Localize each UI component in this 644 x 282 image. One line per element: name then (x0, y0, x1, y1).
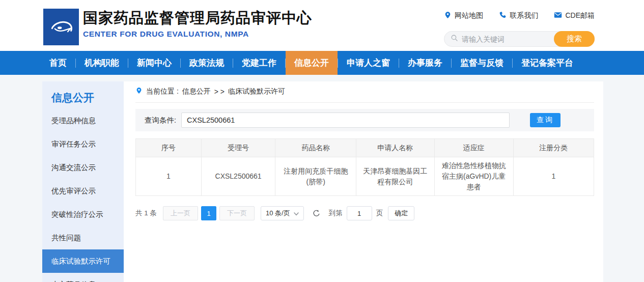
prev-page-button[interactable]: 上一页 (163, 206, 198, 220)
nav-item-party-building[interactable]: 党建工作 (233, 51, 285, 75)
nav-item-info-disclosure[interactable]: 信息公开 (286, 51, 338, 75)
chevron-down-icon (294, 210, 299, 217)
query-label: 查询条件: (145, 116, 176, 125)
col-header-indication: 适应症 (434, 139, 513, 157)
table-header-row: 序号 受理号 药品名称 申请人名称 适应症 注册分类 (136, 139, 594, 157)
sidebar-item-common-issues[interactable]: 共性问题 (42, 226, 124, 249)
nav-item-applicant-window[interactable]: 申请人之窗 (338, 51, 399, 75)
query-button[interactable]: 查询 (530, 113, 561, 127)
page-1-button[interactable]: 1 (201, 206, 216, 220)
main-nav: 首页 机构职能 新闻中心 政策法规 党建工作 信息公开 申请人之窗 办事服务 监… (0, 51, 644, 75)
page-size-select[interactable]: 10 条/页 (261, 206, 304, 220)
nav-item-supervision-feedback[interactable]: 监督与反馈 (452, 51, 512, 75)
sitemap-link[interactable]: 网站地图 (444, 11, 483, 20)
cde-logo-icon (47, 12, 75, 42)
sidebar-item-accepted-varieties[interactable]: 受理品种信息 (42, 109, 124, 132)
goto-page-label: 到第 (329, 209, 343, 218)
site-title: 国家药品监督管理局药品审评中心 (83, 9, 312, 27)
contact-label: 联系我们 (510, 11, 538, 20)
sidebar-title: 信息公开 (42, 89, 124, 109)
page-body: 信息公开 受理品种信息 审评任务公示 沟通交流公示 优先审评公示 突破性治疗公示… (0, 75, 644, 282)
content-area: 当前位置 : 信息公开 > > 临床试验默示许可 查询条件: 查询 序号 (124, 81, 603, 282)
col-header-index: 序号 (136, 139, 202, 157)
query-input[interactable] (181, 112, 510, 128)
confirm-button[interactable]: 确定 (388, 206, 414, 220)
cell-applicant-name: 天津昂赛细胞基因工程有限公司 (356, 157, 434, 196)
cell-drug-name: 注射用间充质干细胞(脐带) (275, 157, 356, 196)
nav-item-services[interactable]: 办事服务 (399, 51, 451, 75)
search-icon (451, 34, 458, 44)
col-header-applicant-name: 申请人名称 (356, 139, 434, 157)
breadcrumb-separator: > > (214, 88, 225, 96)
cell-registration-category: 1 (513, 157, 594, 196)
refresh-icon[interactable] (312, 209, 321, 218)
sidebar-item-review-tasks[interactable]: 审评任务公示 (42, 132, 124, 156)
col-header-acceptance-number: 受理号 (201, 139, 275, 157)
site-header: 国家药品监督管理局药品审评中心 CENTER FOR DRUG EVALUATI… (0, 0, 644, 51)
table-row: 1 CXSL2500661 注射用间充质干细胞(脐带) 天津昂赛细胞基因工程有限… (136, 157, 594, 196)
header-quick-links: 网站地图 联系我们 CDE邮箱 (444, 11, 595, 20)
breadcrumb-prefix: 当前位置 : (146, 87, 179, 96)
phone-icon (499, 11, 507, 20)
site-logo[interactable] (43, 9, 79, 45)
goto-page-input[interactable] (347, 206, 372, 220)
cell-index: 1 (136, 157, 202, 196)
nav-item-home[interactable]: 首页 (41, 51, 75, 75)
breadcrumb: 当前位置 : 信息公开 > > 临床试验默示许可 (135, 87, 594, 103)
mail-icon (554, 12, 562, 20)
site-search: 搜索 (444, 31, 595, 47)
sidebar-item-communication[interactable]: 沟通交流公示 (42, 156, 124, 179)
pagination-total: 共 1 条 (135, 209, 157, 218)
page-size-value: 10 条/页 (266, 209, 290, 218)
site-subtitle: CENTER FOR DRUG EVALUATION, NMPA (83, 30, 312, 39)
sidebar-item-marketed-drugs[interactable]: 上市药品信息 (42, 273, 124, 282)
nav-item-news[interactable]: 新闻中心 (128, 51, 180, 75)
breadcrumb-pin-icon (135, 87, 143, 96)
mailbox-link[interactable]: CDE邮箱 (554, 11, 595, 20)
search-button[interactable]: 搜索 (554, 31, 595, 47)
nav-item-policies[interactable]: 政策法规 (181, 51, 233, 75)
sidebar-item-clinical-trial-implied-license[interactable]: 临床试验默示许可 (42, 249, 124, 273)
sidebar-item-breakthrough-therapy[interactable]: 突破性治疗公示 (42, 203, 124, 226)
pagination: 共 1 条 上一页 1 下一页 10 条/页 到第 (135, 206, 594, 220)
nav-item-registration-platform[interactable]: 登记备案平台 (513, 51, 582, 75)
col-header-registration-category: 注册分类 (513, 139, 594, 157)
sidebar-item-priority-review[interactable]: 优先审评公示 (42, 179, 124, 203)
cell-acceptance-number: CXSL2500661 (201, 157, 275, 196)
results-table: 序号 受理号 药品名称 申请人名称 适应症 注册分类 1 CXSL2500661… (135, 138, 594, 196)
nav-item-functions[interactable]: 机构职能 (76, 51, 128, 75)
contact-link[interactable]: 联系我们 (499, 11, 538, 20)
main-wrapper: 信息公开 受理品种信息 审评任务公示 沟通交流公示 优先审评公示 突破性治疗公示… (42, 81, 603, 282)
sitemap-label: 网站地图 (455, 11, 483, 20)
sidebar: 信息公开 受理品种信息 审评任务公示 沟通交流公示 优先审评公示 突破性治疗公示… (42, 81, 124, 282)
brand-block: 国家药品监督管理局药品审评中心 CENTER FOR DRUG EVALUATI… (83, 9, 312, 39)
location-pin-icon (444, 11, 452, 20)
main-nav-inner: 首页 机构职能 新闻中心 政策法规 党建工作 信息公开 申请人之窗 办事服务 监… (41, 51, 603, 75)
mailbox-label: CDE邮箱 (565, 11, 595, 20)
breadcrumb-section[interactable]: 信息公开 (182, 87, 211, 96)
query-bar: 查询条件: 查询 (135, 109, 594, 131)
col-header-drug-name: 药品名称 (275, 139, 356, 157)
next-page-button[interactable]: 下一页 (219, 206, 255, 220)
breadcrumb-current: 临床试验默示许可 (228, 87, 285, 96)
goto-page-unit: 页 (376, 209, 383, 218)
cell-indication: 难治性急性移植物抗宿主病(aGvHD)儿童患者 (434, 157, 513, 196)
